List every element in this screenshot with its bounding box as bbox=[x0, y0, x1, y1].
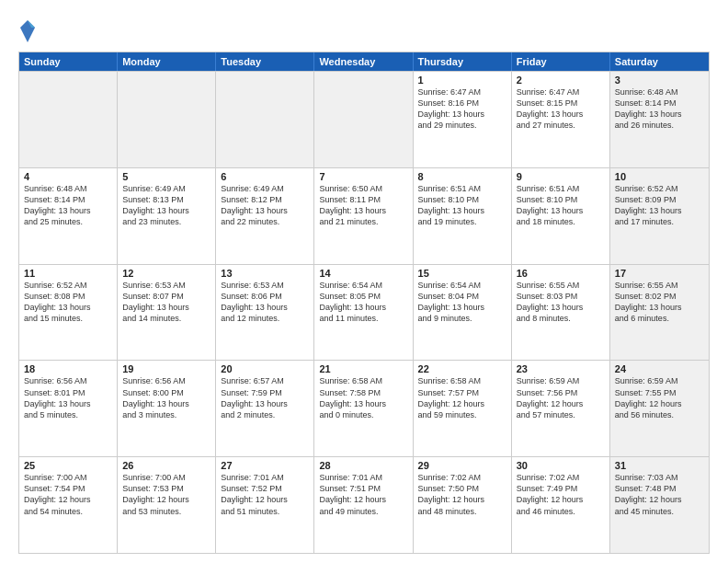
header bbox=[18, 15, 710, 44]
daylight-minutes-text: and 54 minutes. bbox=[24, 506, 112, 517]
daylight-hours-text: Daylight: 12 hours bbox=[418, 494, 506, 505]
sunrise-text: Sunrise: 6:56 AM bbox=[122, 375, 210, 386]
sunset-text: Sunset: 7:50 PM bbox=[418, 483, 506, 494]
calendar-cell-13: 13Sunrise: 6:53 AMSunset: 8:06 PMDayligh… bbox=[216, 265, 314, 361]
calendar-cell-empty-0-1 bbox=[118, 72, 216, 167]
page: SundayMondayTuesdayWednesdayThursdayFrid… bbox=[0, 0, 728, 563]
sunset-text: Sunset: 7:55 PM bbox=[615, 387, 704, 398]
sunset-text: Sunset: 8:03 PM bbox=[517, 291, 605, 302]
daylight-minutes-text: and 59 minutes. bbox=[418, 409, 506, 420]
calendar-cell-27: 27Sunrise: 7:01 AMSunset: 7:52 PMDayligh… bbox=[216, 457, 314, 553]
calendar-row-1: 1Sunrise: 6:47 AMSunset: 8:16 PMDaylight… bbox=[19, 71, 709, 167]
day-number: 6 bbox=[221, 171, 309, 182]
sunrise-text: Sunrise: 7:00 AM bbox=[24, 472, 112, 483]
daylight-hours-text: Daylight: 13 hours bbox=[615, 109, 704, 120]
sunset-text: Sunset: 8:08 PM bbox=[24, 291, 112, 302]
sunset-text: Sunset: 8:02 PM bbox=[615, 291, 704, 302]
sunset-text: Sunset: 8:07 PM bbox=[122, 291, 210, 302]
sunrise-text: Sunrise: 6:59 AM bbox=[517, 375, 605, 386]
calendar-cell-31: 31Sunrise: 7:03 AMSunset: 7:48 PMDayligh… bbox=[610, 457, 709, 553]
sunset-text: Sunset: 7:59 PM bbox=[221, 387, 309, 398]
daylight-hours-text: Daylight: 13 hours bbox=[221, 302, 309, 313]
calendar-cell-9: 9Sunrise: 6:51 AMSunset: 8:10 PMDaylight… bbox=[512, 168, 610, 264]
weekday-header-sunday: Sunday bbox=[19, 52, 118, 71]
calendar-cell-16: 16Sunrise: 6:55 AMSunset: 8:03 PMDayligh… bbox=[512, 265, 610, 361]
day-number: 28 bbox=[319, 460, 407, 471]
daylight-hours-text: Daylight: 13 hours bbox=[221, 205, 309, 216]
sunset-text: Sunset: 7:57 PM bbox=[418, 387, 506, 398]
sunset-text: Sunset: 7:54 PM bbox=[24, 483, 112, 494]
logo-icon bbox=[18, 18, 37, 44]
daylight-hours-text: Daylight: 12 hours bbox=[418, 398, 506, 409]
sunrise-text: Sunrise: 6:55 AM bbox=[615, 280, 704, 291]
daylight-minutes-text: and 23 minutes. bbox=[122, 216, 210, 227]
sunset-text: Sunset: 8:04 PM bbox=[418, 291, 506, 302]
day-number: 2 bbox=[517, 75, 605, 86]
daylight-minutes-text: and 17 minutes. bbox=[615, 216, 704, 227]
sunrise-text: Sunrise: 7:03 AM bbox=[615, 472, 704, 483]
day-number: 16 bbox=[517, 268, 605, 279]
sunrise-text: Sunrise: 6:59 AM bbox=[615, 375, 704, 386]
calendar-cell-3: 3Sunrise: 6:48 AMSunset: 8:14 PMDaylight… bbox=[610, 72, 709, 167]
sunrise-text: Sunrise: 6:48 AM bbox=[615, 86, 704, 98]
day-number: 13 bbox=[221, 268, 309, 279]
weekday-header-wednesday: Wednesday bbox=[314, 52, 413, 71]
daylight-hours-text: Daylight: 12 hours bbox=[24, 494, 112, 505]
day-number: 21 bbox=[319, 363, 407, 374]
calendar-cell-12: 12Sunrise: 6:53 AMSunset: 8:07 PMDayligh… bbox=[118, 265, 216, 361]
sunset-text: Sunset: 8:11 PM bbox=[319, 194, 407, 205]
daylight-hours-text: Daylight: 13 hours bbox=[319, 398, 407, 409]
sunset-text: Sunset: 8:06 PM bbox=[221, 291, 309, 302]
day-number: 4 bbox=[24, 171, 112, 182]
sunset-text: Sunset: 8:12 PM bbox=[221, 194, 309, 205]
sunrise-text: Sunrise: 6:51 AM bbox=[418, 183, 506, 194]
daylight-minutes-text: and 12 minutes. bbox=[221, 313, 309, 324]
daylight-minutes-text: and 45 minutes. bbox=[615, 506, 704, 517]
daylight-minutes-text: and 18 minutes. bbox=[517, 216, 605, 227]
day-number: 18 bbox=[24, 363, 112, 374]
daylight-minutes-text: and 46 minutes. bbox=[517, 506, 605, 517]
daylight-minutes-text: and 48 minutes. bbox=[418, 506, 506, 517]
day-number: 26 bbox=[122, 460, 210, 471]
daylight-hours-text: Daylight: 13 hours bbox=[418, 302, 506, 313]
calendar-cell-10: 10Sunrise: 6:52 AMSunset: 8:09 PMDayligh… bbox=[610, 168, 709, 264]
sunrise-text: Sunrise: 6:51 AM bbox=[517, 183, 605, 194]
day-number: 7 bbox=[319, 171, 407, 182]
daylight-hours-text: Daylight: 13 hours bbox=[319, 302, 407, 313]
day-number: 29 bbox=[418, 460, 506, 471]
daylight-hours-text: Daylight: 13 hours bbox=[319, 205, 407, 216]
sunrise-text: Sunrise: 6:58 AM bbox=[418, 375, 506, 386]
sunset-text: Sunset: 8:00 PM bbox=[122, 387, 210, 398]
sunrise-text: Sunrise: 6:52 AM bbox=[615, 183, 704, 194]
sunset-text: Sunset: 8:14 PM bbox=[24, 194, 112, 205]
daylight-hours-text: Daylight: 13 hours bbox=[517, 109, 605, 120]
sunset-text: Sunset: 8:05 PM bbox=[319, 291, 407, 302]
day-number: 11 bbox=[24, 268, 112, 279]
daylight-hours-text: Daylight: 12 hours bbox=[517, 494, 605, 505]
sunrise-text: Sunrise: 6:54 AM bbox=[319, 280, 407, 291]
sunset-text: Sunset: 8:09 PM bbox=[615, 194, 704, 205]
calendar-cell-30: 30Sunrise: 7:02 AMSunset: 7:49 PMDayligh… bbox=[512, 457, 610, 553]
calendar-cell-28: 28Sunrise: 7:01 AMSunset: 7:51 PMDayligh… bbox=[314, 457, 413, 553]
daylight-minutes-text: and 11 minutes. bbox=[319, 313, 407, 324]
sunset-text: Sunset: 7:48 PM bbox=[615, 483, 704, 494]
sunrise-text: Sunrise: 7:01 AM bbox=[221, 472, 309, 483]
weekday-header-monday: Monday bbox=[118, 52, 216, 71]
weekday-header-saturday: Saturday bbox=[610, 52, 709, 71]
day-number: 1 bbox=[418, 75, 506, 86]
calendar-body: 1Sunrise: 6:47 AMSunset: 8:16 PMDaylight… bbox=[19, 71, 709, 553]
daylight-minutes-text: and 3 minutes. bbox=[122, 409, 210, 420]
day-number: 14 bbox=[319, 268, 407, 279]
sunset-text: Sunset: 7:56 PM bbox=[517, 387, 605, 398]
sunrise-text: Sunrise: 7:02 AM bbox=[517, 472, 605, 483]
sunset-text: Sunset: 7:53 PM bbox=[122, 483, 210, 494]
daylight-minutes-text: and 0 minutes. bbox=[319, 409, 407, 420]
daylight-minutes-text: and 25 minutes. bbox=[24, 216, 112, 227]
calendar-cell-empty-0-2 bbox=[216, 72, 314, 167]
calendar-cell-2: 2Sunrise: 6:47 AMSunset: 8:15 PMDaylight… bbox=[512, 72, 610, 167]
calendar-row-2: 4Sunrise: 6:48 AMSunset: 8:14 PMDaylight… bbox=[19, 167, 709, 264]
sunset-text: Sunset: 8:01 PM bbox=[24, 387, 112, 398]
daylight-minutes-text: and 26 minutes. bbox=[615, 120, 704, 131]
sunrise-text: Sunrise: 6:53 AM bbox=[122, 280, 210, 291]
sunrise-text: Sunrise: 6:50 AM bbox=[319, 183, 407, 194]
